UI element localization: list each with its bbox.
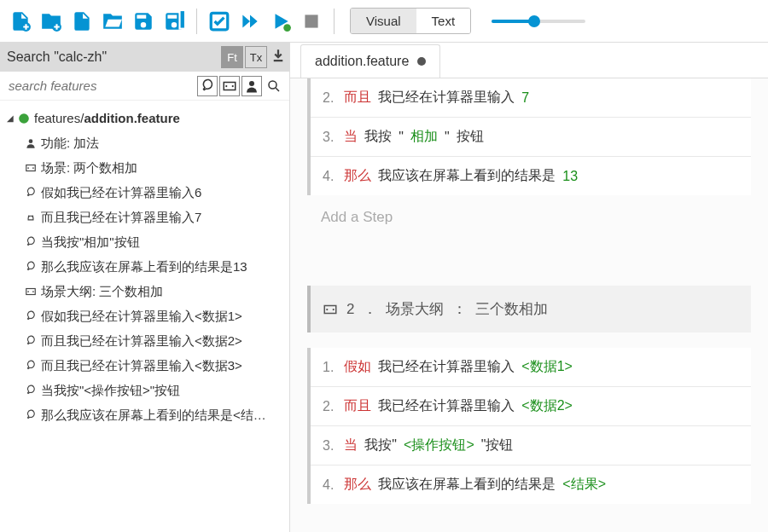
toolbar-separator — [196, 9, 197, 34]
step-param: <操作按钮> — [404, 437, 474, 454]
scenario-colon: ： — [452, 299, 467, 319]
twistie-icon[interactable]: ◢ — [7, 113, 14, 124]
add-step-button[interactable]: Add a Step — [307, 200, 751, 234]
new-folder-icon[interactable] — [38, 8, 65, 35]
tree-label: 假如我已经在计算器里输入<数据1> — [41, 307, 242, 325]
svg-point-21 — [333, 308, 335, 309]
new-file-icon[interactable] — [7, 8, 34, 35]
tree-scenario[interactable]: 场景: 两个数相加 — [3, 155, 286, 180]
svg-rect-5 — [305, 14, 317, 27]
svg-point-4 — [283, 24, 291, 32]
step-text: 我已经在计算器里输入 — [378, 89, 515, 107]
step-text: "按钮 — [481, 437, 514, 454]
scenario-filter-icon[interactable] — [219, 76, 240, 96]
svg-point-7 — [225, 84, 227, 86]
tree-label: 假如我已经在计算器里输入6 — [41, 183, 201, 201]
search-input[interactable] — [5, 75, 195, 96]
film-icon — [24, 285, 38, 298]
step-keyword: 假如 — [344, 358, 371, 376]
tree-step[interactable]: 而且我已经在计算器里输入<数据2> — [3, 328, 286, 353]
save-all-icon[interactable] — [160, 8, 188, 35]
step-row[interactable]: 3.当我按"<操作按钮>"按钮 — [311, 425, 751, 465]
feature-file-icon — [17, 112, 31, 125]
save-icon[interactable] — [130, 8, 157, 35]
step-icon — [24, 384, 38, 397]
tree-scenario-outline[interactable]: 场景大纲: 三个数相加 — [3, 279, 286, 304]
tree-label: 而且我已经在计算器里输入<数据3> — [41, 356, 242, 374]
svg-point-17 — [27, 291, 29, 292]
stop-icon[interactable] — [298, 8, 325, 35]
text-view-button[interactable]: Text — [416, 9, 471, 33]
tree-label: 那么我应该在屏幕上看到的结果是<结… — [41, 406, 266, 424]
svg-point-15 — [32, 167, 34, 169]
file-icon[interactable] — [68, 8, 96, 35]
fast-forward-icon[interactable] — [236, 8, 264, 35]
ft-filter-button[interactable]: Ft — [221, 46, 243, 68]
step-text: 我应该在屏幕上看到的结果是 — [378, 167, 556, 185]
tab-addition-feature[interactable]: addition.feature — [300, 44, 440, 78]
tree-step[interactable]: 假如我已经在计算器里输入<数据1> — [3, 304, 286, 328]
search-header: Search "calc-zh" Ft Tx — [0, 43, 289, 72]
step-row[interactable]: 4.那么我应该在屏幕上看到的结果是<结果> — [311, 465, 751, 504]
step-quote: " — [445, 130, 450, 145]
zoom-slider[interactable] — [492, 15, 585, 27]
visual-view-button[interactable]: Visual — [351, 9, 416, 33]
download-icon[interactable] — [271, 48, 286, 66]
tx-filter-button[interactable]: Tx — [245, 46, 267, 68]
step-number: 4. — [323, 169, 334, 184]
dirty-indicator-icon — [417, 57, 426, 66]
editor-area: 2.而且我已经在计算器里输入7 3.当我按"相加"按钮 4.那么我应该在屏幕上看… — [290, 78, 768, 532]
step-icon — [24, 309, 38, 323]
step-keyword: 当 — [344, 437, 358, 454]
tree-step[interactable]: 那么我应该在屏幕上看到的结果是<结… — [3, 402, 286, 427]
step-text: 我应该在屏幕上看到的结果是 — [378, 476, 556, 494]
step-row[interactable]: 1.假如我已经在计算器里输入<数据1> — [311, 348, 751, 386]
open-folder-icon[interactable] — [99, 8, 126, 35]
scenario-outline-header[interactable]: 2． 场景大纲 ： 三个数相加 — [307, 286, 751, 332]
toolbar-separator — [334, 9, 335, 34]
step-text: 我已经在计算器里输入 — [378, 358, 515, 376]
tree-step[interactable]: 当我按"<操作按钮>"按钮 — [3, 378, 286, 402]
tree-label: 功能: 加法 — [41, 134, 99, 152]
step-number: 1. — [323, 360, 334, 375]
step-row[interactable]: 4.那么我应该在屏幕上看到的结果是13 — [311, 156, 751, 195]
step-keyword: 那么 — [344, 476, 371, 494]
step-number: 3. — [323, 438, 334, 454]
step-param: <结果> — [562, 476, 606, 494]
step-icon — [24, 211, 38, 224]
step-row[interactable]: 2.而且我已经在计算器里输入7 — [311, 78, 751, 117]
tree-label: 当我按"相加"按钮 — [41, 233, 140, 251]
check-icon[interactable] — [206, 8, 233, 35]
tree-step[interactable]: 假如我已经在计算器里输入6 — [3, 180, 286, 205]
tree-step[interactable]: 而且我已经在计算器里输入7 — [3, 205, 286, 229]
sidebar: Search "calc-zh" Ft Tx ◢ features/additi… — [0, 43, 290, 532]
person-icon — [24, 136, 38, 150]
tree-feature[interactable]: 功能: 加法 — [3, 130, 286, 155]
svg-point-18 — [32, 291, 34, 292]
step-text: 我按" — [364, 437, 397, 454]
tree-step[interactable]: 那么我应该在屏幕上看到的结果是13 — [3, 254, 286, 279]
tree-step[interactable]: 当我按"相加"按钮 — [3, 229, 286, 254]
svg-point-20 — [326, 308, 328, 309]
search-icon[interactable] — [264, 76, 284, 96]
svg-point-9 — [249, 81, 254, 86]
tree-root[interactable]: ◢ features/addition.feature — [3, 106, 286, 130]
step-text: 按钮 — [457, 128, 484, 146]
step-row[interactable]: 2.而且我已经在计算器里输入<数据2> — [311, 386, 751, 425]
step-icon — [24, 359, 38, 373]
step-icon — [24, 408, 38, 422]
step-filter-icon[interactable] — [197, 76, 218, 96]
play-scenario-icon[interactable] — [267, 8, 294, 35]
tree-label: 当我按"<操作按钮>"按钮 — [41, 381, 180, 399]
tree-step[interactable]: 而且我已经在计算器里输入<数据3> — [3, 353, 286, 378]
step-icon — [24, 235, 38, 249]
step-row[interactable]: 3.当我按"相加"按钮 — [311, 117, 751, 156]
step-number: 3. — [323, 130, 334, 145]
svg-point-12 — [29, 139, 33, 143]
person-filter-icon[interactable] — [241, 76, 262, 96]
step-icon — [24, 260, 38, 274]
step-number: 4. — [323, 477, 334, 493]
tree-label: 那么我应该在屏幕上看到的结果是13 — [41, 257, 247, 275]
svg-point-10 — [269, 81, 276, 89]
scenario-dot: ． — [363, 299, 377, 319]
